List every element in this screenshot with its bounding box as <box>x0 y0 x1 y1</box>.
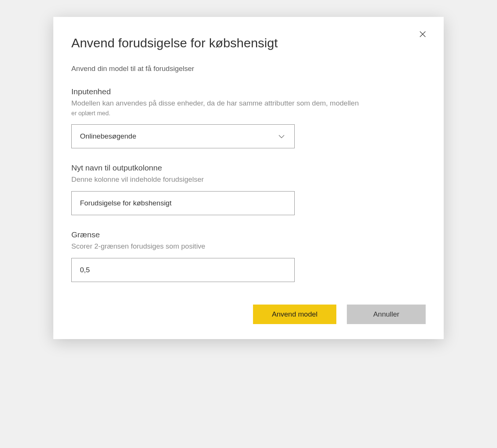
dialog-title: Anvend forudsigelse for købshensigt <box>71 36 426 50</box>
chevron-down-icon <box>277 132 286 141</box>
threshold-input[interactable] <box>71 258 295 282</box>
dialog-button-row: Anvend model Annuller <box>71 305 426 324</box>
threshold-description: Scorer 2-grænsen forudsiges som positive <box>71 241 426 251</box>
input-entity-section: Inputenhed Modellen kan anvendes på diss… <box>71 87 426 148</box>
output-column-label: Nyt navn til outputkolonne <box>71 163 426 172</box>
apply-prediction-dialog: Anvend forudsigelse for købshensigt Anve… <box>53 17 444 339</box>
input-entity-desc-text2: er oplært med. <box>71 110 110 116</box>
cancel-button[interactable]: Annuller <box>347 305 426 324</box>
apply-model-button[interactable]: Anvend model <box>253 305 336 324</box>
threshold-section: Grænse Scorer 2-grænsen forudsiges som p… <box>71 230 426 282</box>
output-column-section: Nyt navn til outputkolonne Denne kolonne… <box>71 163 426 215</box>
dialog-subtitle: Anvend din model til at få forudsigelser <box>71 65 426 73</box>
input-entity-selected: Onlinebesøgende <box>80 132 136 140</box>
input-entity-description: Modellen kan anvendes på disse enheder, … <box>71 98 426 118</box>
close-button[interactable] <box>417 29 428 39</box>
close-icon <box>419 30 427 38</box>
threshold-label: Grænse <box>71 230 426 239</box>
output-column-description: Denne kolonne vil indeholde forudsigelse… <box>71 175 426 184</box>
input-entity-dropdown[interactable]: Onlinebesøgende <box>71 124 295 148</box>
input-entity-desc-text: Modellen kan anvendes på disse enheder, … <box>71 99 359 107</box>
input-entity-label: Inputenhed <box>71 87 426 96</box>
output-column-input[interactable] <box>71 191 295 215</box>
